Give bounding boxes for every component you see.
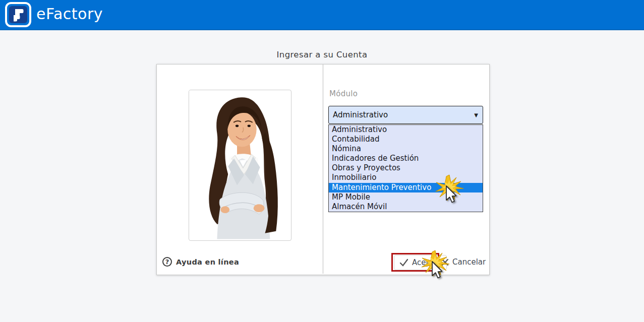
module-selected-value: Administrativo [329,110,388,119]
help-label[interactable]: Ayuda en línea [176,258,239,266]
check-icon [399,259,408,267]
option-nomina[interactable]: Nómina [329,144,483,154]
option-obras-y-proyectos[interactable]: Obras y Proyectos [329,163,483,173]
question-circle-icon: ? [162,257,172,267]
module-select[interactable]: Administrativo ▼ [328,106,483,124]
module-label: Módulo [329,89,358,98]
option-administrativo[interactable]: Administrativo [329,125,483,135]
app-header: eFactory [0,0,644,30]
user-photo [189,90,291,241]
app-name: eFactory [36,5,103,23]
option-almacen-movil[interactable]: Almacén Móvil [329,202,483,212]
accept-button[interactable]: Aceptar [394,255,447,270]
chevron-down-icon: ▼ [474,112,478,118]
option-mantenimiento-preventivo[interactable]: Mantenimiento Preventivo [329,183,483,192]
cancel-button[interactable]: Cancelar [440,255,487,269]
module-dropdown-list[interactable]: Administrativo Contabilidad Nómina Indic… [328,124,483,212]
help-link[interactable]: ? Ayuda en línea [162,257,239,267]
efactory-logo-icon [5,2,31,27]
accept-label: Aceptar [412,258,441,267]
businesswoman-illustration [189,90,290,239]
login-page: eFactory Ingresar a su Cuenta [0,0,644,322]
option-indicadores-de-gestion[interactable]: Indicadores de Gestión [329,154,483,163]
page-title: Ingresar a su Cuenta [0,50,644,59]
option-contabilidad[interactable]: Contabilidad [329,135,483,144]
card-divider [323,65,323,274]
x-icon [441,259,449,266]
option-inmobiliario[interactable]: Inmobiliario [329,173,483,182]
cancel-label: Cancelar [452,257,486,267]
option-mp-mobile[interactable]: MP Mobile [329,192,483,202]
